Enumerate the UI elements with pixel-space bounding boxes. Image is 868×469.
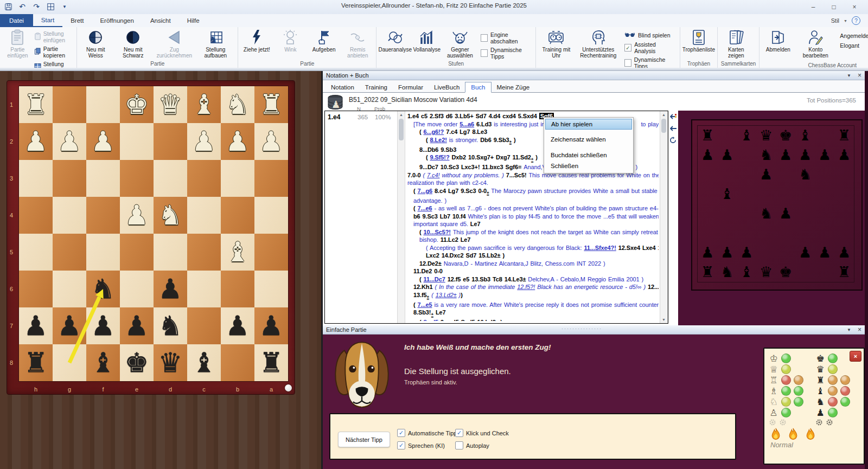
trophy-close-button[interactable]: × — [850, 351, 861, 362]
notation-segment[interactable]: 6.Ld3 — [474, 121, 492, 127]
square[interactable] — [53, 86, 86, 123]
notation-segment[interactable]: ) — [512, 137, 516, 143]
style-menu[interactable]: Stil — [831, 17, 839, 24]
book-up-icon[interactable] — [669, 112, 677, 122]
notation-segment[interactable]: ( — [419, 229, 424, 235]
notation-segment[interactable]: 8...d5 — [424, 319, 439, 321]
notation-segment[interactable]: b6 9.Sc3 Lb7 10.f4 — [413, 213, 468, 220]
klick-und-check-checkbox[interactable]: ✓Klick und Check — [455, 429, 509, 437]
book-refresh-icon[interactable] — [669, 136, 677, 146]
notation-segment[interactable]: Delchev,A - Cebalo,M Reggio Emilia 2001 … — [528, 276, 643, 282]
tab-buch[interactable]: Buch — [465, 82, 491, 93]
notation-segment[interactable]: Black has an energetic resource - d5!∞ ) — [535, 284, 646, 290]
notation-segment[interactable]: 9.Sf5!? — [430, 154, 450, 160]
notation-segment[interactable]: Db6 9.Sb3 — [480, 137, 509, 143]
daueranalyse-button[interactable]: Daueranalyse — [379, 28, 411, 60]
square[interactable]: ♝ — [187, 344, 221, 381]
square[interactable]: ♝ — [221, 234, 254, 271]
notation-segment[interactable]: 8...Db6 9.Sb3 — [419, 146, 456, 153]
menu-item-schließen[interactable]: Schließen — [545, 161, 632, 171]
tab-eröffnungen[interactable]: Eröffnungen — [92, 14, 142, 27]
gegner-auswählen-button[interactable]: Gegner auswählen — [442, 28, 477, 60]
square[interactable]: ♜ — [19, 344, 53, 381]
square[interactable]: ♛ — [154, 86, 187, 123]
scrollbar-thumb[interactable] — [661, 119, 666, 133]
notation-segment[interactable]: without any problems. ) — [439, 172, 506, 178]
square[interactable]: ♛ — [154, 344, 187, 381]
unterstütztes-rechentraining-button[interactable]: Unterstütztes Rechentraining — [576, 28, 621, 69]
square[interactable]: ♞ — [154, 197, 187, 234]
scroll-up-icon[interactable]: ▲ — [398, 111, 405, 118]
square[interactable] — [187, 271, 221, 307]
square[interactable] — [53, 234, 86, 271]
notation-segment[interactable]: ( Accepting the pawn sacrifice is very d… — [426, 245, 584, 251]
notation-segment[interactable]: 7...e5 — [418, 301, 432, 308]
square[interactable] — [154, 160, 187, 197]
square[interactable] — [53, 271, 86, 307]
move-list-scrollbar[interactable]: ▲ — [397, 111, 405, 323]
square[interactable] — [254, 234, 288, 271]
scroll-down-icon[interactable]: ▼ — [660, 316, 667, 323]
notation-segment[interactable]: 13.f5 — [413, 292, 427, 298]
square[interactable]: ♟ — [221, 307, 254, 344]
notation-segment[interactable]: - as well as 7...g6 - does not prevent W… — [432, 205, 659, 211]
notation-segment[interactable]: Lxc2 14.Dxc2 Sd7 15.Lb2± ) — [426, 252, 505, 259]
help-icon[interactable]: ? — [852, 16, 860, 25]
notation-segment[interactable]: 11...Dc7 — [424, 276, 445, 282]
checkbox-box[interactable]: ✓ — [397, 429, 405, 437]
notation-segment[interactable]: ) — [498, 319, 502, 321]
notation-segment[interactable]: ( — [413, 301, 418, 308]
square[interactable] — [187, 234, 221, 271]
square[interactable]: ♟ — [53, 123, 86, 160]
notation-segment[interactable]: 11...Sfxe4?! — [584, 245, 616, 251]
square[interactable]: ♝ — [187, 86, 221, 123]
square[interactable] — [187, 160, 221, 197]
chessboard[interactable]: ♜♚♛♝♞♜♟♟♟♟♟♟♟♞♝♞♟♟♟♟♟♞♟♟♜♝♚♛♝♜ — [19, 86, 288, 381]
undo-icon[interactable]: ↶ — [17, 2, 27, 11]
notation-segment[interactable]: bishop. — [419, 236, 441, 243]
square[interactable] — [19, 160, 53, 197]
notation-segment[interactable]: 7...Sc5! — [506, 172, 529, 178]
square[interactable] — [53, 160, 86, 197]
sprechen-ki--checkbox[interactable]: ✓Sprechen (KI) — [397, 441, 445, 449]
checkbox-box[interactable] — [455, 441, 463, 449]
square[interactable]: ♚ — [120, 344, 154, 381]
notation-segment[interactable]: 12.De2± — [419, 260, 444, 267]
checkbox-box[interactable]: ✓ — [397, 441, 405, 449]
square[interactable] — [187, 197, 221, 234]
square[interactable] — [19, 271, 53, 307]
square[interactable] — [86, 86, 120, 123]
square[interactable] — [254, 271, 288, 307]
notation-segment[interactable]: ( — [419, 129, 424, 135]
checkbox-box[interactable]: ✓ — [624, 44, 631, 52]
menu-item-ab-hier-spielen[interactable]: Ab hier spielen — [545, 119, 632, 130]
notation-segment[interactable]: Navara,D - Martinez Alcantara,J Blitz, C… — [444, 260, 605, 267]
square[interactable]: ♟ — [86, 307, 120, 344]
notation-segment[interactable]: ( — [423, 172, 427, 178]
notation-segment[interactable]: ( — [413, 188, 418, 194]
training-mit-uhr-button[interactable]: Training mit Uhr — [538, 28, 575, 69]
square[interactable]: ♜ — [254, 344, 288, 381]
notation-segment[interactable]: 9...Dc7 10.Sc3 Lxc3+! 11.bxc3 Sgf6= — [419, 164, 524, 170]
neu-mit-weiss-button[interactable]: Neu mit Weiss — [79, 28, 112, 60]
square[interactable]: ♝ — [86, 344, 120, 381]
notation-segment[interactable]: 7...e6 — [418, 205, 432, 211]
assistant-panel-header[interactable]: Einfache Partie ··············· ▼ × — [323, 325, 865, 335]
redo-icon[interactable]: ↷ — [31, 2, 41, 11]
konto-bearbeiten-button[interactable]: Konto bearbeiten — [795, 28, 835, 62]
menu-item-buchdatei-schließen[interactable]: Buchdatei schließen — [545, 150, 632, 160]
notation-segment[interactable]: 1.e4 c5 2.Sf3 d6 3.Lb5+ Sd7 4.d4 cxd4 5.… — [407, 113, 539, 119]
notation-segment[interactable]: ( — [426, 154, 430, 160]
scrollbar-thumb[interactable] — [399, 119, 404, 140]
square[interactable] — [221, 344, 254, 381]
tab-notation[interactable]: Notation — [326, 82, 360, 92]
notation-segment[interactable]: ) — [461, 292, 463, 298]
square[interactable] — [154, 234, 187, 271]
checkbox-box[interactable] — [481, 49, 488, 57]
notation-segment[interactable]: is stronger. — [447, 137, 481, 143]
minimize-button[interactable]: – — [803, 0, 824, 14]
notation-segment[interactable]: 12.f5?! — [517, 284, 535, 290]
panel-close-icon[interactable]: × — [858, 72, 861, 79]
notation-segment[interactable]: 8.Sb3! — [413, 309, 431, 316]
square[interactable]: ♚ — [120, 86, 154, 123]
